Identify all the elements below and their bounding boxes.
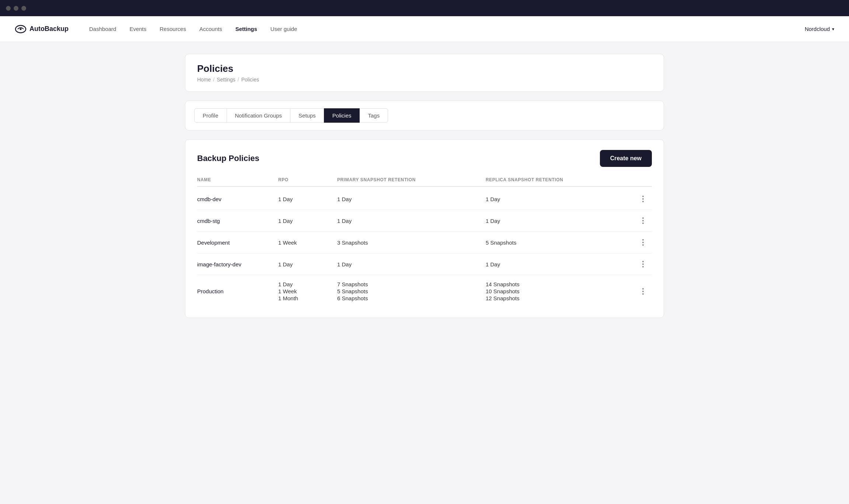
row-menu-dots[interactable] <box>634 216 652 225</box>
table-row: Production 1 Day 1 Week 1 Month 7 Snapsh… <box>197 275 652 307</box>
tab-profile[interactable]: Profile <box>194 108 227 123</box>
replica-line-1: 14 Snapshots <box>486 281 634 287</box>
backup-policies-card: Backup Policies Create new NAME RPO PRIM… <box>185 139 664 318</box>
row-replica: 1 Day <box>486 196 634 202</box>
menu-dot <box>642 239 644 241</box>
menu-dot <box>642 244 644 246</box>
policies-table: NAME RPO PRIMARY SNAPSHOT RETENTION REPL… <box>197 177 652 307</box>
primary-line-3: 6 Snapshots <box>337 295 486 301</box>
breadcrumb-sep-2: / <box>238 77 239 83</box>
nav-item-dashboard[interactable]: Dashboard <box>83 23 122 35</box>
primary-line-2: 5 Snapshots <box>337 288 486 294</box>
th-rpo: RPO <box>278 177 337 182</box>
row-primary-multi: 7 Snapshots 5 Snapshots 6 Snapshots <box>337 281 486 301</box>
row-name: cmdb-stg <box>197 218 278 224</box>
breadcrumb-sep-1: / <box>213 77 214 83</box>
table-row: Development 1 Week 3 Snapshots 5 Snapsho… <box>197 232 652 253</box>
menu-dot <box>642 266 644 267</box>
rpo-line-1: 1 Day <box>278 281 337 287</box>
th-primary: PRIMARY SNAPSHOT RETENTION <box>337 177 486 182</box>
policies-header: Backup Policies Create new <box>197 150 652 167</box>
row-rpo: 1 Day <box>278 196 337 202</box>
row-menu-dots[interactable] <box>634 194 652 204</box>
row-replica: 1 Day <box>486 261 634 267</box>
tab-tags[interactable]: Tags <box>359 108 388 123</box>
breadcrumb-home[interactable]: Home <box>197 77 211 83</box>
backup-policies-title: Backup Policies <box>197 154 259 163</box>
nav-item-events[interactable]: Events <box>123 23 152 35</box>
primary-line-1: 7 Snapshots <box>337 281 486 287</box>
row-menu[interactable] <box>634 259 652 269</box>
menu-dot <box>642 288 644 290</box>
nav-item-accounts[interactable]: Accounts <box>193 23 228 35</box>
th-replica: REPLICA SNAPSHOT RETENTION <box>486 177 634 182</box>
row-rpo-multi: 1 Day 1 Week 1 Month <box>278 281 337 301</box>
navbar-user-menu[interactable]: Nordcloud ▾ <box>805 26 834 32</box>
tab-setups[interactable]: Setups <box>290 108 324 123</box>
menu-dot <box>642 201 644 202</box>
menu-dot <box>642 220 644 221</box>
page-title: Policies <box>197 63 652 74</box>
brand-logo-icon <box>15 23 27 35</box>
navbar: AutoBackup Dashboard Events Resources Ac… <box>0 16 849 42</box>
replica-line-3: 12 Snapshots <box>486 295 634 301</box>
titlebar-dot-1 <box>6 6 11 11</box>
brand-name: AutoBackup <box>29 25 69 33</box>
tab-policies[interactable]: Policies <box>324 108 360 123</box>
row-rpo: 1 Day <box>278 261 337 267</box>
tabs-card: Profile Notification Groups Setups Polic… <box>185 101 664 130</box>
row-name: Development <box>197 239 278 246</box>
breadcrumb-settings[interactable]: Settings <box>217 77 235 83</box>
menu-dot <box>642 293 644 295</box>
titlebar-dot-3 <box>21 6 26 11</box>
row-menu[interactable] <box>634 216 652 225</box>
table-header: NAME RPO PRIMARY SNAPSHOT RETENTION REPL… <box>197 177 652 187</box>
row-primary: 1 Day <box>337 261 486 267</box>
row-rpo: 1 Day <box>278 218 337 224</box>
breadcrumb-current: Policies <box>241 77 259 83</box>
page-header-card: Policies Home / Settings / Policies <box>185 54 664 92</box>
row-rpo: 1 Week <box>278 239 337 246</box>
row-name: image-factory-dev <box>197 261 278 267</box>
navbar-nav: Dashboard Events Resources Accounts Sett… <box>83 23 805 35</box>
table-row: cmdb-stg 1 Day 1 Day 1 Day <box>197 210 652 232</box>
rpo-line-3: 1 Month <box>278 295 337 301</box>
svg-point-1 <box>20 28 22 30</box>
row-menu-dots[interactable] <box>634 238 652 247</box>
menu-dot <box>642 261 644 262</box>
table-row: image-factory-dev 1 Day 1 Day 1 Day <box>197 253 652 275</box>
titlebar-dot-2 <box>14 6 18 11</box>
navbar-brand[interactable]: AutoBackup <box>15 23 69 35</box>
row-name: Production <box>197 288 278 294</box>
row-replica: 5 Snapshots <box>486 239 634 246</box>
menu-dot <box>642 217 644 219</box>
row-name: cmdb-dev <box>197 196 278 202</box>
replica-line-2: 10 Snapshots <box>486 288 634 294</box>
row-replica-multi: 14 Snapshots 10 Snapshots 12 Snapshots <box>486 281 634 301</box>
tab-notification-groups[interactable]: Notification Groups <box>227 108 291 123</box>
menu-dot <box>642 198 644 200</box>
row-menu-dots[interactable] <box>634 259 652 269</box>
th-actions <box>634 177 652 182</box>
breadcrumb: Home / Settings / Policies <box>197 77 652 83</box>
nav-item-userguide[interactable]: User guide <box>265 23 303 35</box>
create-new-button[interactable]: Create new <box>600 150 652 167</box>
titlebar <box>0 0 849 16</box>
navbar-username: Nordcloud <box>805 26 830 32</box>
row-menu[interactable] <box>634 238 652 247</box>
menu-dot <box>642 242 644 243</box>
nav-item-resources[interactable]: Resources <box>154 23 192 35</box>
menu-dot <box>642 291 644 292</box>
th-name: NAME <box>197 177 278 182</box>
row-menu[interactable] <box>634 194 652 204</box>
row-replica: 1 Day <box>486 218 634 224</box>
row-menu-dots[interactable] <box>634 287 652 296</box>
nav-item-settings[interactable]: Settings <box>230 23 263 35</box>
row-primary: 3 Snapshots <box>337 239 486 246</box>
menu-dot <box>642 263 644 265</box>
table-row: cmdb-dev 1 Day 1 Day 1 Day <box>197 188 652 210</box>
tabs-container: Profile Notification Groups Setups Polic… <box>194 108 655 123</box>
row-primary: 1 Day <box>337 196 486 202</box>
rpo-line-2: 1 Week <box>278 288 337 294</box>
row-menu[interactable] <box>634 287 652 296</box>
